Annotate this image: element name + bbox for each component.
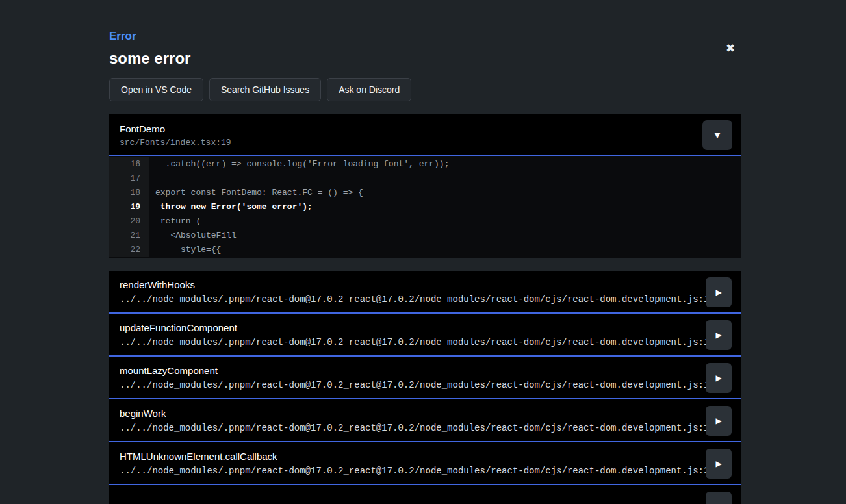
error-message: some error	[109, 49, 741, 68]
code-block: 16 .catch((err) => console.log('Error lo…	[109, 156, 741, 258]
line-number: 16	[109, 157, 149, 171]
action-buttons: Open in VS CodeSearch GitHub IssuesAsk o…	[109, 78, 741, 101]
line-number: 18	[109, 186, 149, 200]
search-github-issues-button[interactable]: Search GitHub Issues	[209, 78, 321, 101]
code-frame-function-name: FontDemo	[120, 123, 731, 135]
play-icon: ▶	[715, 331, 721, 339]
chevron-down-icon: ▼	[715, 132, 720, 139]
line-code: return (	[149, 214, 201, 229]
line-number: 22	[109, 243, 149, 257]
line-number: 19	[109, 200, 149, 214]
code-line: 17	[109, 171, 741, 186]
collapse-code-button[interactable]: ▼	[702, 120, 732, 150]
line-code: <AbsoluteFill	[149, 229, 237, 243]
line-code: .catch((err) => console.log('Error loadi…	[149, 157, 449, 171]
expand-frame-button[interactable]: ▶	[706, 363, 732, 393]
frame-location: ../../node_modules/.pnpm/react-dom@17.0.…	[120, 294, 696, 305]
line-code: export const FontDemo: React.FC = () => …	[149, 186, 363, 200]
code-line: 19 throw new Error('some error');	[109, 200, 741, 214]
code-line: 21 <AbsoluteFill	[109, 229, 741, 243]
code-frame-location: src/Fonts/index.tsx:19	[120, 138, 731, 148]
code-line: 22 style={{	[109, 243, 741, 257]
stack-frame: beginWork ../../node_modules/.pnpm/react…	[109, 399, 741, 442]
play-icon: ▶	[715, 460, 721, 468]
expand-frame-button[interactable]: ▶	[706, 406, 732, 436]
code-frame-panel: FontDemo src/Fonts/index.tsx:19 ▼ 16 .ca…	[109, 114, 741, 258]
expand-frame-button[interactable]: ▶	[706, 277, 732, 307]
play-icon: ▶	[715, 374, 721, 382]
error-type-label: Error	[109, 30, 741, 43]
line-code: throw new Error('some error');	[149, 200, 313, 214]
expand-frame-button[interactable]: ▶	[706, 320, 732, 350]
frame-location: ../../node_modules/.pnpm/react-dom@17.0.…	[120, 380, 696, 391]
stack-frame: mountLazyComponent ../../node_modules/.p…	[109, 357, 741, 399]
frame-location: ../../node_modules/.pnpm/react-dom@17.0.…	[120, 423, 696, 434]
play-icon: ▶	[715, 417, 721, 425]
stack-frame: ▶	[109, 485, 741, 504]
error-overlay: Error some error Open in VS CodeSearch G…	[109, 0, 741, 504]
stack-frame: updateFunctionComponent ../../node_modul…	[109, 314, 741, 357]
line-number: 20	[109, 214, 149, 229]
line-code	[149, 171, 155, 186]
code-line: 16 .catch((err) => console.log('Error lo…	[109, 157, 741, 171]
expand-frame-button[interactable]: ▶	[706, 492, 732, 504]
stack-frame: renderWithHooks ../../node_modules/.pnpm…	[109, 271, 741, 314]
frame-function-name: mountLazyComponent	[120, 364, 696, 377]
line-number: 21	[109, 229, 149, 243]
frame-function-name: HTMLUnknownElement.callCallback	[120, 450, 696, 462]
code-line: 18 export const FontDemo: React.FC = () …	[109, 186, 741, 200]
frame-location: ../../node_modules/.pnpm/react-dom@17.0.…	[120, 337, 696, 348]
frame-location: ../../node_modules/.pnpm/react-dom@17.0.…	[120, 466, 696, 477]
frame-function-name: beginWork	[120, 407, 696, 420]
open-in-vs-code-button[interactable]: Open in VS Code	[109, 78, 203, 101]
expand-frame-button[interactable]: ▶	[706, 449, 732, 479]
frame-function-name: renderWithHooks	[120, 279, 696, 291]
play-icon: ▶	[715, 288, 721, 296]
stack-frame: HTMLUnknownElement.callCallback ../../no…	[109, 442, 741, 485]
stack-frame-list: renderWithHooks ../../node_modules/.pnpm…	[109, 271, 741, 504]
line-code: style={{	[149, 243, 221, 257]
code-line: 20 return (	[109, 214, 741, 229]
code-frame-header: FontDemo src/Fonts/index.tsx:19 ▼	[109, 114, 741, 156]
ask-on-discord-button[interactable]: Ask on Discord	[327, 78, 411, 101]
frame-function-name: updateFunctionComponent	[120, 321, 696, 334]
line-number: 17	[109, 171, 149, 186]
